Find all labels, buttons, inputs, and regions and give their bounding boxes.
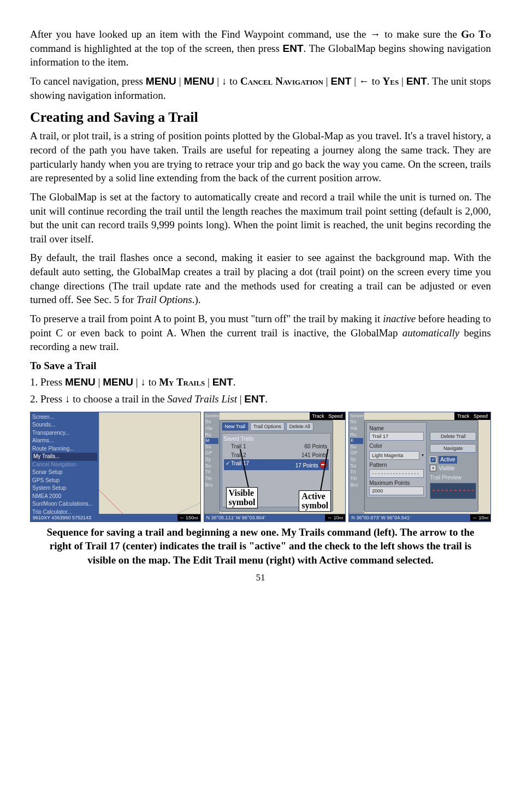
top-bar: Track Speed: [454, 412, 490, 420]
paragraph-trail-flash: By default, the trail flashes once a sec…: [30, 251, 491, 307]
name-field[interactable]: Trail 17: [369, 432, 424, 441]
menu-item[interactable]: Sun/Moon Calculations...: [32, 500, 97, 508]
menu-sidebar: Screen... So Ala Ro E So GP Sy Su Tri Ti…: [349, 412, 364, 521]
menu-item[interactable]: Sonar Setup: [32, 469, 97, 477]
list-header: Saved Trails: [224, 435, 329, 443]
zoom-level: 10: [479, 515, 484, 520]
trail-17-row[interactable]: ✓ Trail 1717 Points: [224, 459, 329, 470]
active-label: Active: [439, 456, 457, 464]
paragraph-factory-settings: The GlobalMap is set at the factory to a…: [30, 190, 491, 246]
resize-icon: ↔: [327, 515, 332, 520]
edit-trail-dialog: Name Trail 17 Color Light Magenta▾ Patte…: [364, 420, 478, 512]
active-checkbox[interactable]: ✓: [430, 457, 436, 463]
page-number: 51: [30, 572, 491, 584]
navigate-button[interactable]: Navigate: [430, 444, 476, 453]
trail-line: [433, 490, 473, 491]
screenshot-right: Track Speed Screen... So Ala Ro E So GP …: [348, 412, 491, 522]
resize-icon: ↔: [180, 515, 185, 520]
menu-item[interactable]: NMEA 2000: [32, 493, 97, 501]
my-trails-tab: M: [205, 438, 218, 443]
field-label: Color: [369, 442, 424, 450]
field-label: Name: [369, 425, 424, 432]
trail-options-button[interactable]: Trail Options: [250, 422, 285, 431]
menu-item-my-trails[interactable]: My Trails...: [32, 453, 97, 461]
down-arrow-icon: ↓: [140, 376, 146, 388]
visible-label: Visible: [439, 465, 454, 472]
edit-trail-tab: E: [350, 438, 363, 443]
paragraph-trail-intro: A trail, or plot trail, is a string of p…: [30, 129, 491, 185]
figure-row: Screen... Sounds... Transparency... Alar…: [30, 412, 491, 522]
right-arrow-icon: →: [370, 28, 381, 40]
menu-item[interactable]: Alarms...: [32, 437, 97, 445]
trail-properties: Name Trail 17 Color Light Magenta▾ Patte…: [366, 422, 427, 499]
callout-visible: Visible symbol: [226, 487, 258, 508]
heading-creating-trail: Creating and Saving a Trail: [30, 108, 491, 127]
field-label: Maximum Points: [369, 479, 424, 487]
max-points-field[interactable]: 2000: [369, 487, 424, 495]
step-1: 1. Press MENU | MENU | ↓ to My Trails | …: [30, 375, 491, 389]
delete-trail-button[interactable]: Delete Trail: [430, 432, 476, 441]
menu-item[interactable]: Route Planning...: [32, 445, 97, 453]
check-icon: ✓: [226, 460, 230, 466]
coordinates: 9610XY 4363960 5752143: [33, 514, 91, 521]
pattern-field[interactable]: - - - - - - - - - - - - - - - -: [369, 469, 424, 478]
paragraph-cancel-nav: To cancel navigation, press MENU | MENU …: [30, 74, 491, 102]
paragraph-find-waypoint: After you have looked up an item with th…: [30, 27, 491, 69]
delete-all-button[interactable]: Delete All: [286, 422, 313, 431]
coordinates: N 36°05.111' W 96°03.804': [206, 514, 265, 521]
menu-item[interactable]: GPS Setup: [32, 477, 97, 485]
zoom-level: 150: [186, 515, 194, 520]
status-bar: N 36°05.111' W 96°03.804' ↔ 10mi: [204, 514, 346, 521]
preview-label: Trail Preview: [430, 474, 476, 482]
map-background: [99, 412, 200, 521]
zoom-level: 10: [334, 515, 339, 520]
trail-preview: [430, 483, 476, 499]
resize-icon: ↔: [472, 515, 477, 520]
menu-item[interactable]: Transparency...: [32, 429, 97, 437]
down-arrow-icon: ↓: [65, 393, 70, 405]
subheading-save-trail: To Save a Trail: [30, 359, 491, 373]
coordinates: N 36°00.873' W 96°04.541': [351, 514, 410, 521]
left-arrow-icon: ←: [359, 75, 369, 87]
status-bar: 9610XY 4363960 5752143 ↔ 150mi: [31, 514, 200, 521]
main-menu: Screen... Sounds... Transparency... Alar…: [31, 412, 99, 521]
menu-item[interactable]: Sounds...: [32, 421, 97, 429]
menu-item: Cancel Navigation: [32, 461, 97, 469]
visible-checkbox[interactable]: x: [430, 465, 436, 471]
screenshot-left: Screen... Sounds... Transparency... Alar…: [30, 412, 201, 522]
step-2: 2. Press ↓ to choose a trail in the Save…: [30, 392, 491, 406]
field-label: Pattern: [369, 461, 424, 469]
top-bar: Track Speed: [310, 412, 346, 420]
screenshot-center: Track Speed Screen... So Ala Ro M So GP …: [204, 412, 346, 522]
new-trail-button[interactable]: New Trail: [222, 422, 249, 431]
menu-item[interactable]: Screen...: [32, 413, 97, 422]
dropdown-icon[interactable]: ▾: [422, 453, 424, 459]
status-bar: N 36°00.873' W 96°04.541' ↔ 10mi: [349, 514, 490, 521]
color-field[interactable]: Light Magenta: [369, 451, 419, 460]
paragraph-preserve-trail: To preserve a trail from point A to poin…: [30, 312, 491, 354]
figure-caption: Sequence for saving a trail and beginnin…: [39, 525, 482, 567]
menu-item[interactable]: System Setup: [32, 484, 97, 493]
menu-sidebar: Screen... So Ala Ro M So GP Sy Su Tri Ti…: [204, 412, 220, 521]
callout-active: Active symbol: [299, 490, 331, 512]
